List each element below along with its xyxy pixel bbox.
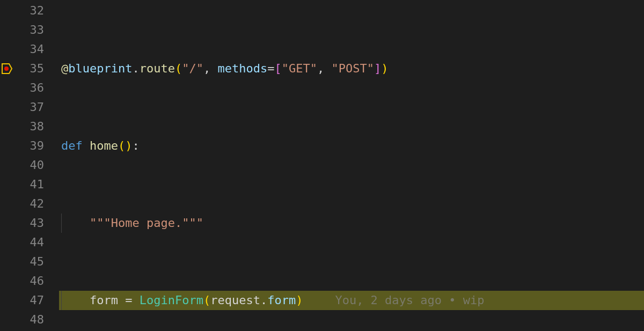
line-number: 40 [0, 156, 44, 175]
line-number: 43 [0, 214, 44, 233]
line-number: 45 [0, 252, 44, 271]
code-line[interactable]: @blueprint.route("/", methods=["GET", "P… [59, 59, 644, 78]
line-number: 46 [0, 271, 44, 291]
line-number: 44 [0, 233, 44, 252]
line-number: 35 [0, 59, 44, 78]
line-number: 39 [0, 136, 44, 156]
line-number: 41 [0, 175, 44, 194]
git-blame-annotation: You, 2 days ago • wip [303, 293, 484, 307]
line-number: 34 [0, 40, 44, 59]
line-number: 36 [0, 78, 44, 98]
code-line-current[interactable]: form = LoginForm(request.form)You, 2 day… [59, 291, 644, 310]
line-number: 48 [0, 310, 44, 329]
line-number: 33 [0, 20, 44, 40]
code-area[interactable]: @blueprint.route("/", methods=["GET", "P… [59, 0, 644, 331]
line-number: 47 [0, 291, 44, 310]
svg-point-0 [4, 67, 9, 71]
line-number: 37 [0, 98, 44, 117]
line-number: 38 [0, 117, 44, 136]
line-number: 42 [0, 194, 44, 214]
breakpoint-icon[interactable] [1, 63, 13, 74]
code-line[interactable]: def home(): [59, 136, 644, 156]
gutter: 32 33 34 35 36 37 38 39 40 41 42 43 44 4… [0, 0, 59, 331]
line-number: 32 [0, 1, 44, 20]
code-line[interactable]: """Home page.""" [59, 214, 644, 233]
code-editor[interactable]: 32 33 34 35 36 37 38 39 40 41 42 43 44 4… [0, 0, 644, 331]
